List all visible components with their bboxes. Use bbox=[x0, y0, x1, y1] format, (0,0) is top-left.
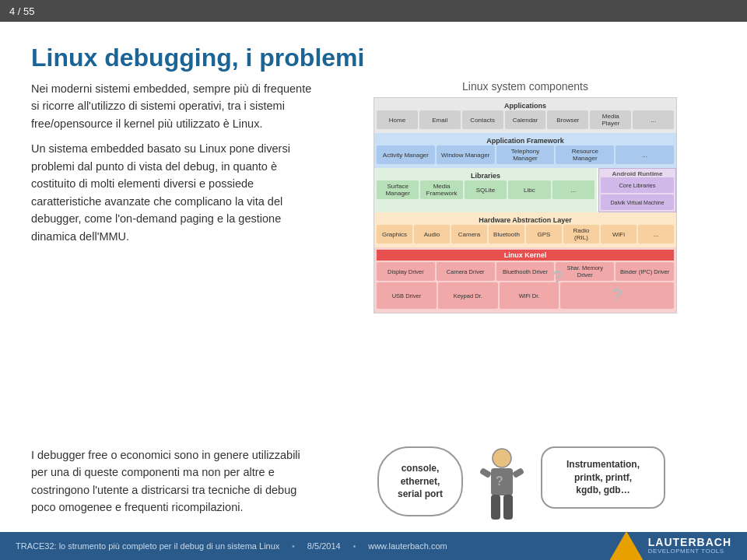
app-mediaplayer: Media Player bbox=[590, 110, 631, 129]
instrumentation-text: Instrumentation, printk, printf, kgdb, g… bbox=[566, 458, 640, 497]
android-section: Android Runtime Core Libraries Dalvik Vi… bbox=[598, 168, 676, 212]
slide-counter: 4 / 55 bbox=[9, 5, 35, 17]
footer-date: 8/5/2014 bbox=[307, 541, 341, 551]
top-bar: 4 / 55 bbox=[0, 0, 747, 22]
appfw-activity: Activity Manager bbox=[377, 145, 435, 164]
kernel-bluetooth: Bluethooth Driver bbox=[496, 262, 555, 281]
appfw-title: Application Framework bbox=[377, 135, 674, 145]
svg-text:?: ? bbox=[496, 474, 503, 488]
appfw-items: Activity Manager Window Manager Telephon… bbox=[377, 145, 674, 164]
title-section: Linux debugging, i problemi bbox=[0, 22, 747, 80]
hal-title: Hardware Abstraction Layer bbox=[377, 215, 674, 225]
diagram-label: Linux system components bbox=[462, 80, 588, 93]
left-column: Nei moderni sistemi embedded, sempre più… bbox=[31, 80, 319, 439]
android-core: Core Libraries bbox=[601, 177, 674, 193]
applications-title: Applications bbox=[377, 100, 674, 110]
question-mark-2: ? bbox=[612, 285, 623, 306]
console-text: console, ethernet, serial port bbox=[398, 462, 443, 501]
kernel-wifi: WiFi Dr. ? bbox=[500, 282, 559, 309]
app-home: Home bbox=[377, 110, 418, 129]
svg-rect-3 bbox=[512, 467, 524, 478]
left-bottom-text: I debugger free o economici sono in gene… bbox=[31, 446, 319, 516]
hal-graphics: Graphics bbox=[377, 225, 412, 243]
app-browser: Browser bbox=[547, 110, 588, 129]
logo-text: LAUTERBACH DEVELOPMENT TOOLS bbox=[648, 537, 731, 555]
person-figure: ? bbox=[471, 446, 533, 532]
kernel-row1: Display Driver Camera Driver Bluethooth … bbox=[377, 262, 674, 281]
svg-rect-4 bbox=[491, 495, 500, 520]
lib-media: Media Framework bbox=[420, 180, 462, 199]
paragraph-3: I debugger free o economici sono in gene… bbox=[31, 446, 319, 516]
kernel-camera: Camera Driver bbox=[437, 262, 495, 281]
lib-libc: Libc bbox=[508, 180, 550, 199]
footer-text1: TRACE32: lo strumento più completo per i… bbox=[16, 541, 279, 551]
person-svg: ? bbox=[471, 446, 533, 532]
bottom-section: I debugger free o economici sono in gene… bbox=[0, 439, 747, 532]
hal-radio: Radio (RIL) bbox=[563, 225, 599, 243]
logo-sub: DEVELOPMENT TOOLS bbox=[648, 548, 731, 555]
svg-rect-5 bbox=[503, 495, 513, 520]
hal-more: ... bbox=[638, 225, 674, 243]
svg-rect-2 bbox=[479, 467, 492, 478]
applications-items: Home Email Contacts Calendar Browser Med… bbox=[377, 110, 674, 129]
hal-camera: Camera bbox=[451, 225, 487, 243]
libs-title: Libraries bbox=[377, 170, 594, 180]
appfw-more: ... bbox=[615, 145, 674, 164]
libs-android-row: Libraries Surface Manager Media Framewor… bbox=[374, 168, 676, 212]
lib-sqlite: SQLite bbox=[465, 180, 507, 199]
linux-diagram: Applications Home Email Contacts Calenda… bbox=[374, 97, 677, 313]
instrumentation-bubble: Instrumentation, printk, printf, kgdb, g… bbox=[541, 446, 665, 509]
hal-layer: Hardware Abstraction Layer Graphics Audi… bbox=[374, 212, 676, 247]
footer: TRACE32: lo strumento più completo per i… bbox=[0, 532, 747, 560]
right-bottom: console, ethernet, serial port bbox=[327, 446, 716, 532]
paragraph-1: Nei moderni sistemi embedded, sempre più… bbox=[31, 80, 319, 132]
hal-gps: GPS bbox=[526, 225, 562, 243]
app-calendar: Calendar bbox=[505, 110, 546, 129]
hal-bluetooth: Bluetooth bbox=[489, 225, 524, 243]
libs-section: Libraries Surface Manager Media Framewor… bbox=[374, 168, 597, 212]
logo-name: LAUTERBACH bbox=[648, 537, 731, 548]
slide: 4 / 55 Linux debugging, i problemi Nei m… bbox=[0, 0, 747, 560]
libs-items: Surface Manager Media Framework SQLite L… bbox=[377, 180, 594, 199]
kernel-usb: USB Driver bbox=[377, 282, 437, 309]
paragraph-2: Un sistema embedded basato su Linux pone… bbox=[31, 140, 319, 245]
right-column: Linux system components Applications Hom… bbox=[335, 80, 716, 439]
kernel-shared: Shar. Memory Driver bbox=[556, 262, 614, 281]
svg-point-0 bbox=[493, 449, 511, 467]
android-dalvik: Dalvik Virtual Machine bbox=[601, 194, 674, 210]
kernel-title: Linux Kernel bbox=[377, 250, 674, 261]
body-area: Nei moderni sistemi embedded, sempre più… bbox=[0, 80, 747, 439]
app-contacts: Contacts bbox=[462, 110, 503, 129]
app-email: Email bbox=[419, 110, 461, 129]
console-bubble: console, ethernet, serial port bbox=[377, 446, 463, 516]
kernel-space: ? bbox=[560, 282, 674, 309]
footer-sep2: • bbox=[353, 542, 356, 551]
hal-audio: Audio bbox=[414, 225, 450, 243]
applications-layer: Applications Home Email Contacts Calenda… bbox=[374, 98, 676, 133]
app-more: ... bbox=[633, 110, 674, 129]
appfw-window: Window Manager bbox=[437, 145, 495, 164]
footer-url: www.lauterbach.com bbox=[368, 541, 447, 551]
footer-sep1: • bbox=[292, 542, 295, 551]
lib-surface: Surface Manager bbox=[377, 180, 419, 199]
kernel-keypad: Keypad Dr. bbox=[438, 282, 498, 309]
logo-triangle bbox=[609, 531, 644, 560]
kernel-binder: Binder (IPC) Driver bbox=[615, 262, 674, 281]
appfw-resource: Resource Manager bbox=[556, 145, 614, 164]
logo-area: LAUTERBACH DEVELOPMENT TOOLS bbox=[609, 531, 731, 560]
lib-more: ... bbox=[552, 180, 594, 199]
hal-items: Graphics Audio Camera Bluetooth GPS Radi… bbox=[377, 225, 674, 243]
kernel-display: Display Driver bbox=[377, 262, 435, 281]
kernel-layer: Linux Kernel Display Driver Camera Drive… bbox=[374, 247, 676, 313]
hal-wifi: WiFi bbox=[601, 225, 637, 243]
kernel-row2: USB Driver Keypad Dr. WiFi Dr. ? ? bbox=[377, 282, 674, 309]
appfw-telephony: Telephony Manager bbox=[496, 145, 555, 164]
slide-title: Linux debugging, i problemi bbox=[31, 44, 716, 72]
android-title: Android Runtime bbox=[601, 170, 674, 177]
appfw-layer: Application Framework Activity Manager W… bbox=[374, 133, 676, 168]
